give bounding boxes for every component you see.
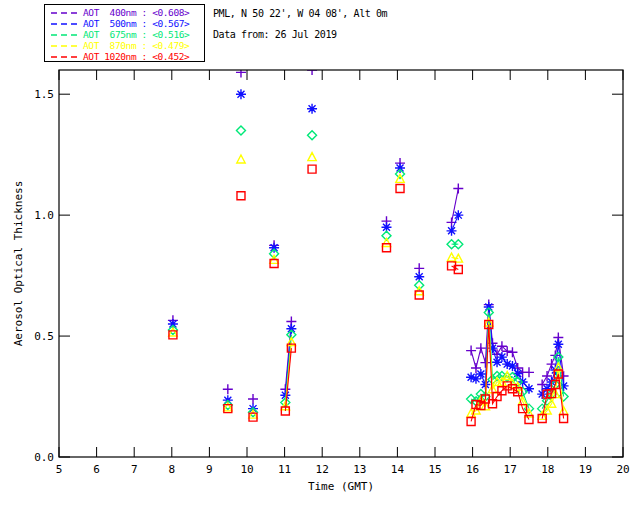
legend-item: AOT 870nm : <0.479> [45,40,204,51]
legend-dash-icon [51,21,79,27]
legend-item-label: AOT 675nm : <0.516> [83,29,189,40]
x-tick-label: 8 [168,463,175,476]
aot-plot-screenshot: 5678910111213141516171819200.00.51.01.5T… [0,0,640,512]
legend-dash-icon [51,32,79,38]
legend-dash-icon [51,54,79,60]
legend-item: AOT 1020nm : <0.452> [45,51,204,62]
date-text: Data from: 26 Jul 2019 [213,27,387,48]
x-axis-tick-labels: 567891011121314151617181920 [56,463,630,476]
plot-frame [59,70,623,457]
legend-item-label: AOT 870nm : <0.479> [83,40,189,51]
x-tick-label: 18 [541,463,554,476]
x-tick-label: 10 [240,463,253,476]
y-tick-label: 0.0 [34,451,54,464]
x-tick-label: 6 [93,463,100,476]
x-tick-label: 11 [278,463,291,476]
y-axis-label: Aerosol Optical Thickness [12,181,25,347]
x-tick-label: 13 [353,463,366,476]
legend-item-label: AOT 1020nm : <0.452> [83,51,189,62]
marker-asterisk-set [168,89,569,413]
legend-item: AOT 400nm : <0.608> [45,7,204,18]
legend-item-label: AOT 400nm : <0.608> [83,7,189,18]
aot-chart: 5678910111213141516171819200.00.51.01.5T… [0,0,640,512]
y-tick-label: 0.5 [34,330,54,343]
series-aot-400nm [168,65,569,404]
y-axis-ticks [59,94,623,457]
x-tick-label: 20 [616,463,629,476]
series-aot-1020nm [169,165,568,425]
series-aot-500nm [168,89,569,413]
x-tick-label: 5 [56,463,63,476]
plot-header: PML, N 50 22', W 04 08', Alt 0m Data fro… [213,6,387,48]
legend-dash-icon [51,10,79,16]
x-axis-label: Time (GMT) [308,480,374,493]
series-aot-870nm [169,153,568,420]
y-tick-label: 1.0 [34,209,54,222]
x-tick-label: 19 [579,463,592,476]
location-text: PML, N 50 22', W 04 08', Alt 0m [213,6,387,27]
x-tick-label: 14 [391,463,405,476]
y-tick-label: 1.5 [34,88,54,101]
x-tick-label: 17 [504,463,517,476]
legend-dash-icon [51,43,79,49]
marker-triangle-set [169,153,568,420]
x-tick-label: 16 [466,463,479,476]
y-axis-tick-labels: 0.00.51.01.5 [34,88,54,464]
legend-item: AOT 500nm : <0.567> [45,18,204,29]
x-tick-label: 15 [428,463,441,476]
x-tick-label: 7 [131,463,138,476]
legend-item: AOT 675nm : <0.516> [45,29,204,40]
axes [59,70,623,457]
legend-item-label: AOT 500nm : <0.567> [83,18,189,29]
x-tick-label: 12 [316,463,329,476]
x-axis-ticks [59,70,623,457]
x-tick-label: 9 [206,463,213,476]
marker-square-set [169,165,568,425]
legend: AOT 400nm : <0.608>AOT 500nm : <0.567>AO… [44,4,205,62]
marker-plus-set [168,65,569,404]
